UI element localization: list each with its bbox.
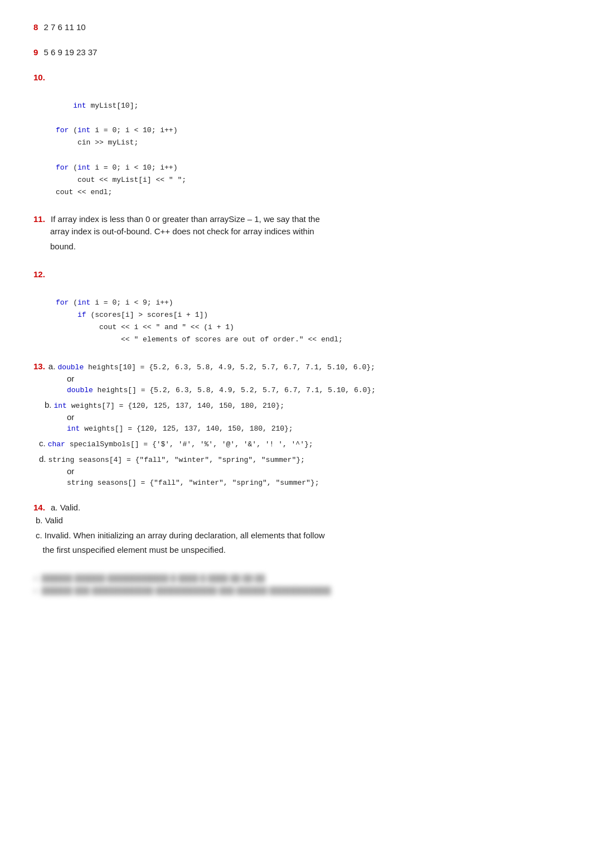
code-13d-2: string seasons[] = {"fall", "winter", "s… xyxy=(67,479,319,487)
or-label-b: or xyxy=(67,412,559,422)
sub-label-c: c. xyxy=(39,438,46,448)
code-block-12: for (int i = 0; i < 9; i++) if (scores[i… xyxy=(56,284,559,346)
answer-14a: a. Valid. xyxy=(51,503,80,512)
answer-9: 5 6 9 19 23 37 xyxy=(44,47,98,57)
or-label-d: or xyxy=(67,466,559,476)
section-11: 11. If array index is less than 0 or gre… xyxy=(33,214,559,254)
section-number-8: 8 xyxy=(33,22,38,32)
code-13a-2: double heights[] = {5.2, 6.3, 5.8, 4.9, … xyxy=(67,386,376,394)
code-13b-2: int weights[] = {120, 125, 137, 140, 150… xyxy=(67,425,293,433)
section-14: 14. a. Valid. b. Valid c. Invalid. When … xyxy=(33,503,559,557)
section-number-13: 13. xyxy=(33,361,45,371)
section-number-9: 9 xyxy=(33,47,38,57)
or-label-a: or xyxy=(67,374,559,383)
code-13a: double heights[10] = {5.2, 6.3, 5.8, 4.9… xyxy=(57,363,375,372)
section-9: 9 5 6 9 19 23 37 xyxy=(33,47,559,57)
answer-8: 2 7 6 11 10 xyxy=(44,22,86,32)
section-number-14: 14. xyxy=(33,503,45,512)
code-13d: string seasons[4] = {"fall", "winter", "… xyxy=(48,456,305,464)
answer-11-line2: array index is out-of-bound. C++ does no… xyxy=(50,224,559,239)
section-10: 10. int myList[10]; for (int i = 0; i < … xyxy=(33,73,559,199)
code-block-10: int myList[10]; for (int i = 0; i < 10; … xyxy=(56,88,559,199)
section-number-10: 10. xyxy=(33,73,45,82)
sub-label-a: a. xyxy=(48,361,56,371)
sub-label-d: d. xyxy=(39,454,46,464)
section-number-11: 11. xyxy=(33,214,45,224)
section-8: 8 2 7 6 11 10 xyxy=(33,22,559,32)
answer-11-line1: If array index is less than 0 or greater… xyxy=(51,214,320,224)
answer-14c: c. Invalid. When initializing an array d… xyxy=(36,528,559,557)
answer-14b: b. Valid xyxy=(36,515,559,525)
code-13c: char specialSymbols[] = {'$', '#', '%', … xyxy=(48,440,313,449)
section-number-12: 12. xyxy=(33,269,45,279)
code-13b: int weights[7] = {120, 125, 137, 140, 15… xyxy=(54,402,284,410)
section-13: 13. a. double heights[10] = {5.2, 6.3, 5… xyxy=(33,361,559,487)
blurred-section: d. ██████ ██████ ████████████ █ ████ █ █… xyxy=(33,572,559,597)
sub-label-b: b. xyxy=(45,400,52,409)
answer-11-line3: bound. xyxy=(50,239,559,254)
section-12: 12. for (int i = 0; i < 9; i++) if (scor… xyxy=(33,269,559,346)
